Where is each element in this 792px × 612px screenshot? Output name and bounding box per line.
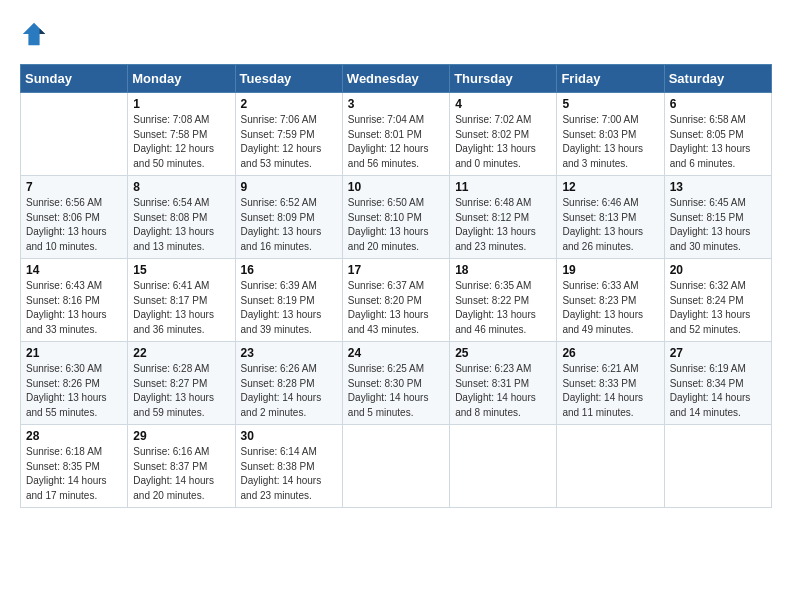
day-info: Sunrise: 6:21 AM Sunset: 8:33 PM Dayligh…: [562, 362, 658, 420]
day-number: 26: [562, 346, 658, 360]
day-info: Sunrise: 6:37 AM Sunset: 8:20 PM Dayligh…: [348, 279, 444, 337]
day-info: Sunrise: 7:00 AM Sunset: 8:03 PM Dayligh…: [562, 113, 658, 171]
calendar-cell: 16Sunrise: 6:39 AM Sunset: 8:19 PM Dayli…: [235, 259, 342, 342]
calendar-cell: 30Sunrise: 6:14 AM Sunset: 8:38 PM Dayli…: [235, 425, 342, 508]
day-number: 12: [562, 180, 658, 194]
day-number: 29: [133, 429, 229, 443]
weekday-header-saturday: Saturday: [664, 65, 771, 93]
calendar-cell: 10Sunrise: 6:50 AM Sunset: 8:10 PM Dayli…: [342, 176, 449, 259]
calendar-cell: 4Sunrise: 7:02 AM Sunset: 8:02 PM Daylig…: [450, 93, 557, 176]
calendar-cell: 26Sunrise: 6:21 AM Sunset: 8:33 PM Dayli…: [557, 342, 664, 425]
day-info: Sunrise: 6:56 AM Sunset: 8:06 PM Dayligh…: [26, 196, 122, 254]
calendar-table: SundayMondayTuesdayWednesdayThursdayFrid…: [20, 64, 772, 508]
calendar-cell: 21Sunrise: 6:30 AM Sunset: 8:26 PM Dayli…: [21, 342, 128, 425]
calendar-cell: 12Sunrise: 6:46 AM Sunset: 8:13 PM Dayli…: [557, 176, 664, 259]
calendar-cell: 14Sunrise: 6:43 AM Sunset: 8:16 PM Dayli…: [21, 259, 128, 342]
day-info: Sunrise: 6:39 AM Sunset: 8:19 PM Dayligh…: [241, 279, 337, 337]
day-number: 25: [455, 346, 551, 360]
calendar-cell: 18Sunrise: 6:35 AM Sunset: 8:22 PM Dayli…: [450, 259, 557, 342]
weekday-header-friday: Friday: [557, 65, 664, 93]
calendar-cell: 1Sunrise: 7:08 AM Sunset: 7:58 PM Daylig…: [128, 93, 235, 176]
day-info: Sunrise: 6:52 AM Sunset: 8:09 PM Dayligh…: [241, 196, 337, 254]
day-info: Sunrise: 6:45 AM Sunset: 8:15 PM Dayligh…: [670, 196, 766, 254]
day-info: Sunrise: 6:48 AM Sunset: 8:12 PM Dayligh…: [455, 196, 551, 254]
day-info: Sunrise: 6:18 AM Sunset: 8:35 PM Dayligh…: [26, 445, 122, 503]
day-number: 2: [241, 97, 337, 111]
calendar-week-row: 14Sunrise: 6:43 AM Sunset: 8:16 PM Dayli…: [21, 259, 772, 342]
day-info: Sunrise: 6:23 AM Sunset: 8:31 PM Dayligh…: [455, 362, 551, 420]
calendar-cell: 6Sunrise: 6:58 AM Sunset: 8:05 PM Daylig…: [664, 93, 771, 176]
calendar-cell: 20Sunrise: 6:32 AM Sunset: 8:24 PM Dayli…: [664, 259, 771, 342]
day-number: 5: [562, 97, 658, 111]
calendar-week-row: 28Sunrise: 6:18 AM Sunset: 8:35 PM Dayli…: [21, 425, 772, 508]
calendar-cell: [557, 425, 664, 508]
day-number: 17: [348, 263, 444, 277]
day-info: Sunrise: 6:46 AM Sunset: 8:13 PM Dayligh…: [562, 196, 658, 254]
calendar-cell: [450, 425, 557, 508]
day-info: Sunrise: 7:04 AM Sunset: 8:01 PM Dayligh…: [348, 113, 444, 171]
day-info: Sunrise: 6:41 AM Sunset: 8:17 PM Dayligh…: [133, 279, 229, 337]
day-number: 28: [26, 429, 122, 443]
day-number: 6: [670, 97, 766, 111]
calendar-cell: 9Sunrise: 6:52 AM Sunset: 8:09 PM Daylig…: [235, 176, 342, 259]
day-info: Sunrise: 6:58 AM Sunset: 8:05 PM Dayligh…: [670, 113, 766, 171]
weekday-header-monday: Monday: [128, 65, 235, 93]
calendar-cell: 24Sunrise: 6:25 AM Sunset: 8:30 PM Dayli…: [342, 342, 449, 425]
day-number: 13: [670, 180, 766, 194]
logo: [20, 20, 52, 48]
calendar-cell: [342, 425, 449, 508]
calendar-cell: 3Sunrise: 7:04 AM Sunset: 8:01 PM Daylig…: [342, 93, 449, 176]
day-info: Sunrise: 6:19 AM Sunset: 8:34 PM Dayligh…: [670, 362, 766, 420]
day-info: Sunrise: 6:32 AM Sunset: 8:24 PM Dayligh…: [670, 279, 766, 337]
weekday-header-thursday: Thursday: [450, 65, 557, 93]
calendar-cell: 5Sunrise: 7:00 AM Sunset: 8:03 PM Daylig…: [557, 93, 664, 176]
day-number: 20: [670, 263, 766, 277]
day-info: Sunrise: 6:35 AM Sunset: 8:22 PM Dayligh…: [455, 279, 551, 337]
weekday-header-wednesday: Wednesday: [342, 65, 449, 93]
calendar-cell: [664, 425, 771, 508]
day-info: Sunrise: 6:54 AM Sunset: 8:08 PM Dayligh…: [133, 196, 229, 254]
calendar-cell: 22Sunrise: 6:28 AM Sunset: 8:27 PM Dayli…: [128, 342, 235, 425]
day-info: Sunrise: 6:28 AM Sunset: 8:27 PM Dayligh…: [133, 362, 229, 420]
calendar-cell: 2Sunrise: 7:06 AM Sunset: 7:59 PM Daylig…: [235, 93, 342, 176]
calendar-cell: 25Sunrise: 6:23 AM Sunset: 8:31 PM Dayli…: [450, 342, 557, 425]
day-info: Sunrise: 6:25 AM Sunset: 8:30 PM Dayligh…: [348, 362, 444, 420]
day-number: 23: [241, 346, 337, 360]
day-info: Sunrise: 6:26 AM Sunset: 8:28 PM Dayligh…: [241, 362, 337, 420]
day-number: 10: [348, 180, 444, 194]
day-number: 4: [455, 97, 551, 111]
day-number: 30: [241, 429, 337, 443]
day-number: 22: [133, 346, 229, 360]
weekday-header-sunday: Sunday: [21, 65, 128, 93]
day-number: 24: [348, 346, 444, 360]
day-number: 14: [26, 263, 122, 277]
day-number: 3: [348, 97, 444, 111]
day-info: Sunrise: 7:02 AM Sunset: 8:02 PM Dayligh…: [455, 113, 551, 171]
calendar-week-row: 7Sunrise: 6:56 AM Sunset: 8:06 PM Daylig…: [21, 176, 772, 259]
calendar-cell: 17Sunrise: 6:37 AM Sunset: 8:20 PM Dayli…: [342, 259, 449, 342]
calendar-cell: 8Sunrise: 6:54 AM Sunset: 8:08 PM Daylig…: [128, 176, 235, 259]
day-number: 8: [133, 180, 229, 194]
svg-marker-1: [40, 28, 46, 34]
day-number: 7: [26, 180, 122, 194]
page-header: [20, 20, 772, 48]
day-number: 11: [455, 180, 551, 194]
day-info: Sunrise: 7:08 AM Sunset: 7:58 PM Dayligh…: [133, 113, 229, 171]
calendar-cell: 29Sunrise: 6:16 AM Sunset: 8:37 PM Dayli…: [128, 425, 235, 508]
calendar-cell: 28Sunrise: 6:18 AM Sunset: 8:35 PM Dayli…: [21, 425, 128, 508]
day-info: Sunrise: 7:06 AM Sunset: 7:59 PM Dayligh…: [241, 113, 337, 171]
calendar-cell: 15Sunrise: 6:41 AM Sunset: 8:17 PM Dayli…: [128, 259, 235, 342]
calendar-cell: 27Sunrise: 6:19 AM Sunset: 8:34 PM Dayli…: [664, 342, 771, 425]
calendar-cell: 23Sunrise: 6:26 AM Sunset: 8:28 PM Dayli…: [235, 342, 342, 425]
day-info: Sunrise: 6:43 AM Sunset: 8:16 PM Dayligh…: [26, 279, 122, 337]
day-info: Sunrise: 6:50 AM Sunset: 8:10 PM Dayligh…: [348, 196, 444, 254]
weekday-header-row: SundayMondayTuesdayWednesdayThursdayFrid…: [21, 65, 772, 93]
day-info: Sunrise: 6:14 AM Sunset: 8:38 PM Dayligh…: [241, 445, 337, 503]
day-number: 21: [26, 346, 122, 360]
day-number: 19: [562, 263, 658, 277]
day-number: 9: [241, 180, 337, 194]
day-number: 27: [670, 346, 766, 360]
day-number: 15: [133, 263, 229, 277]
day-info: Sunrise: 6:16 AM Sunset: 8:37 PM Dayligh…: [133, 445, 229, 503]
day-info: Sunrise: 6:30 AM Sunset: 8:26 PM Dayligh…: [26, 362, 122, 420]
